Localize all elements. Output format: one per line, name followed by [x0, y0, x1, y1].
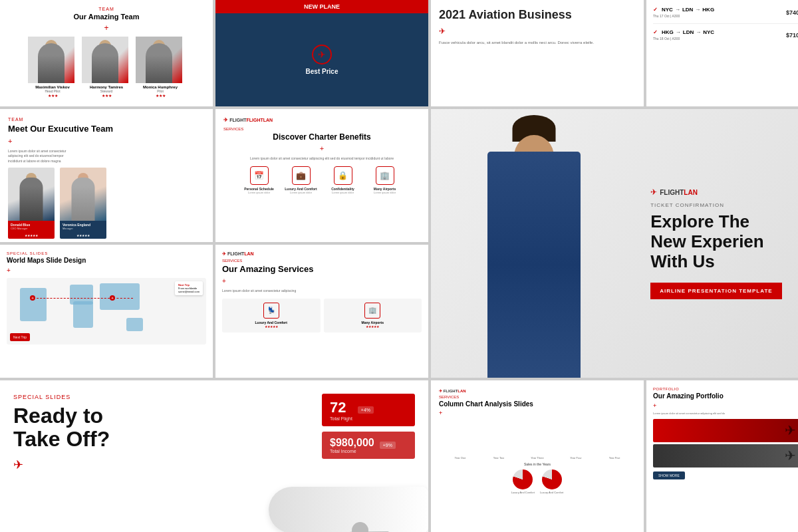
map-visual: ✈ ✈ Next Trip Next Trip From worldwide s… — [7, 278, 206, 344]
stat-box-income: $980,000 Total Income +9% — [322, 432, 415, 459]
best-price-label: Best Price — [306, 68, 338, 75]
plane-icon: ✈ — [439, 27, 636, 36]
chart-pies: Luxury And Comfort Luxury And Comfort — [439, 469, 636, 494]
aviation-title: 2021 Aviation Business — [439, 8, 636, 23]
flight-row: ✓ HKG → LDN → NYC Thu 18 Oct | A300 $710 — [653, 29, 798, 46]
charter-feature: 🔒 Confidentiality Lorem ipsum dolor — [325, 166, 361, 194]
team-photo — [82, 37, 128, 83]
charter-features: 📅 Personal Schedule Lorem ipsum dolor 💼 … — [223, 166, 420, 194]
aviation-description: Fusce vehicula dolor arcu, sit amet blan… — [439, 40, 636, 45]
member-stars: ★★★ — [136, 93, 186, 98]
portfolio-title: Our Amazing Portfolio — [653, 392, 798, 400]
pie-chart-2 — [542, 469, 562, 489]
feat-desc: Lorem ipsum dolor — [325, 191, 361, 194]
portfolio-images: ✈ ✈ — [653, 419, 798, 467]
slide-aviation: 2021 Aviation Business ✈ Fusce vehicula … — [431, 0, 644, 106]
team-label: TEAM — [7, 7, 206, 11]
feat-desc: Lorem ipsum dolor — [366, 191, 403, 194]
service-card: 🏢 Many Airports ★★★★★ — [324, 299, 422, 332]
stat-number: $980,000 — [330, 437, 374, 449]
stat-number: 72 — [330, 399, 352, 416]
main-grid: TEAM Our Amazing Team + Maximilian Visko… — [0, 0, 798, 532]
flight-date: Thu 17 Oct | A300 — [653, 14, 714, 18]
team-member: Monica Humphrey Pilot ★★★ — [136, 37, 186, 98]
bar-label: Year Five — [609, 456, 620, 460]
slide-portfolio: PORTFOLIO Our Amazing Portfolio + Lorem … — [646, 380, 798, 532]
hero-ticket-label: TICKET CONFIRMATION — [650, 202, 793, 208]
portfolio-image-2: ✈ — [653, 444, 798, 467]
airports-service-icon: 🏢 — [364, 303, 380, 319]
chart-title: Column Chart Analysis Slides — [439, 400, 636, 408]
stat-badge: +9% — [380, 442, 396, 449]
exec-text: Lorem ipsum dolor sit amet consectetur a… — [8, 149, 74, 164]
exec-plus: + — [8, 137, 205, 145]
charter-feature: 📅 Personal Schedule Lorem ipsum dolor — [241, 166, 277, 194]
charter-feature: 🏢 Many Airports Lorem ipsum dolor — [366, 166, 403, 194]
flight-route: ✓ HKG → LDN → NYC — [653, 29, 714, 35]
service-card-stars: ★★★★★ — [328, 325, 418, 329]
portfolio-plus: + — [653, 402, 798, 409]
services-label: SERVICES — [222, 259, 422, 263]
team-title: Our Amazing Team — [7, 13, 206, 21]
flight-row: ✓ NYC → LDN → HKG Thu 17 Oct | A300 $740 — [653, 7, 798, 24]
slide-charter: ✈ FLIGHTFLIGHTLAN SERVICES Discover Char… — [215, 109, 428, 242]
feat-desc: Lorem ipsum dolor — [241, 191, 277, 194]
map-next-trip: Next Trip — [10, 333, 30, 341]
bar-label: Year One — [455, 456, 466, 460]
stats-boxes: 72 Total Flight +4% $980,000 Total Incom… — [322, 394, 415, 459]
takeoff-plane-icon: ✈ — [13, 458, 415, 472]
bar-label: Year Two — [493, 456, 504, 460]
slide-new-plane: New Plane ✈ Best Price — [215, 0, 428, 106]
map-title: World Maps Slide Design — [7, 257, 206, 264]
pie-label: Luxury And Comfort — [540, 491, 563, 494]
portfolio-label: PORTFOLIO — [653, 387, 798, 391]
hero-cta-button[interactable]: AIRLINE PRESENTATION TEMPLATE — [650, 283, 781, 299]
services-description: Lorem ipsum dolor sit amet consectetur a… — [222, 289, 422, 293]
services-plus: + — [222, 277, 422, 285]
best-price-icon: ✈ — [312, 45, 332, 65]
flight-route: ✓ NYC → LDN → HKG — [653, 7, 714, 13]
chart-logo: ✈ FLIGHTLAN — [439, 388, 636, 393]
bar-label: Year Three — [531, 456, 544, 460]
exec-label: TEAM — [8, 117, 205, 122]
exec-role: Manager — [63, 227, 104, 230]
service-card-stars: ★★★★★ — [226, 325, 317, 329]
exec-title: Meet Our Exucutive Team — [8, 124, 205, 134]
exec-card: Veronica England Manager ★★★★★ — [60, 168, 106, 239]
team-plus: + — [7, 23, 206, 33]
charter-label: SERVICES — [223, 127, 420, 131]
hero-image-section — [431, 109, 637, 378]
exec-role: CEO Manager — [11, 227, 52, 230]
bar-label: Year Four — [570, 456, 581, 460]
portfolio-image-1: ✈ — [653, 419, 798, 442]
plane-icon: ✈ — [785, 422, 796, 438]
member-stars: ★★★ — [82, 93, 132, 98]
hero-text-section: ✈ FLIGHTLAN TICKET CONFIRMATION Explore … — [637, 109, 798, 378]
hero-main-title: Explore TheNew ExperienWith Us — [650, 212, 793, 272]
slide-executive: TEAM Meet Our Exucutive Team + Lorem ips… — [0, 109, 213, 242]
team-photo — [28, 37, 74, 83]
exec-card: Donald Blue CEO Manager ★★★★★ — [8, 168, 55, 239]
charter-feature: 💼 Luxury And Comfort Lorem ipsum dolor — [283, 166, 319, 194]
flight-attendant — [431, 109, 637, 378]
luxury-icon: 💼 — [292, 166, 311, 185]
service-card: 💺 Luxury And Comfort ★★★★★ — [222, 299, 321, 332]
stat-badge: +4% — [358, 406, 374, 414]
best-price-section: ✈ Best Price — [215, 13, 428, 106]
feat-desc: Lorem ipsum dolor — [283, 191, 319, 194]
flight-price: $710 — [786, 32, 798, 39]
service-cards: 💺 Luxury And Comfort ★★★★★ 🏢 Many Airpor… — [222, 299, 422, 332]
map-trip-info: Next Trip From worldwide some@email.com — [175, 281, 203, 295]
map-label: SPECIAL SLIDES — [7, 251, 206, 255]
hero-logo: ✈ FLIGHTLAN — [650, 188, 793, 197]
exec-members: Donald Blue CEO Manager ★★★★★ Veronica E… — [8, 168, 205, 239]
pie-item: Luxury And Comfort — [540, 469, 563, 494]
charter-logo: ✈ FLIGHTFLIGHTLAN — [223, 117, 420, 123]
slide-chart: ✈ FLIGHTLAN SERVICES Column Chart Analys… — [431, 380, 644, 532]
charter-plus: + — [223, 144, 420, 152]
slide-services: ✈ FLIGHTLAN SERVICES Our Amazing Service… — [215, 245, 428, 378]
member-stars: ★★★ — [28, 93, 78, 98]
slide-worldmap: SPECIAL SLIDES World Maps Slide Design +… — [0, 245, 213, 378]
portfolio-show-more-button[interactable]: SHOW MORE — [653, 471, 685, 479]
team-member: Maximilian Viskov Head Pilot ★★★ — [28, 37, 78, 98]
